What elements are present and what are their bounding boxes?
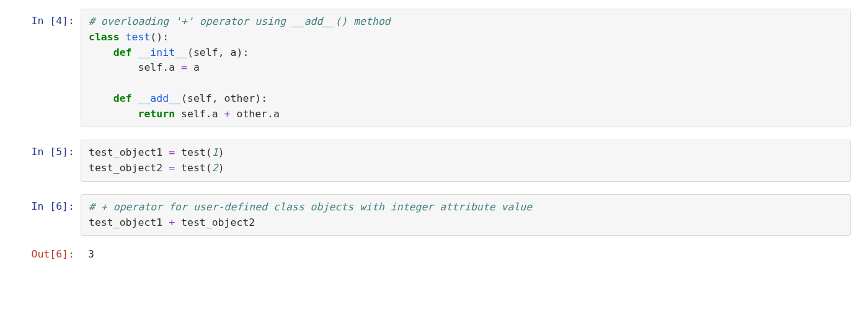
input-prompt: In [5]:: [0, 140, 81, 160]
code-cell: In [6]: # + operator for user-defined cl…: [0, 194, 851, 236]
code-cell: In [5]: test_object1 = test(1) test_obje…: [0, 140, 851, 182]
output-cell: Out[6]: 3: [0, 242, 851, 267]
code-content: # overloading '+' operator using __add__…: [89, 14, 843, 122]
input-prompt: In [6]:: [0, 194, 81, 215]
input-prompt: In [4]:: [0, 9, 81, 29]
output-area: 3: [81, 242, 851, 267]
output-prompt: Out[6]:: [0, 242, 81, 262]
code-input-area[interactable]: test_object1 = test(1) test_object2 = te…: [81, 140, 851, 182]
output-text: 3: [88, 248, 94, 260]
code-content: # + operator for user-defined class obje…: [89, 200, 843, 231]
code-input-area[interactable]: # overloading '+' operator using __add__…: [81, 9, 851, 127]
code-input-area[interactable]: # + operator for user-defined class obje…: [81, 194, 851, 236]
code-content: test_object1 = test(1) test_object2 = te…: [89, 145, 843, 176]
code-cell: In [4]: # overloading '+' operator using…: [0, 9, 851, 127]
